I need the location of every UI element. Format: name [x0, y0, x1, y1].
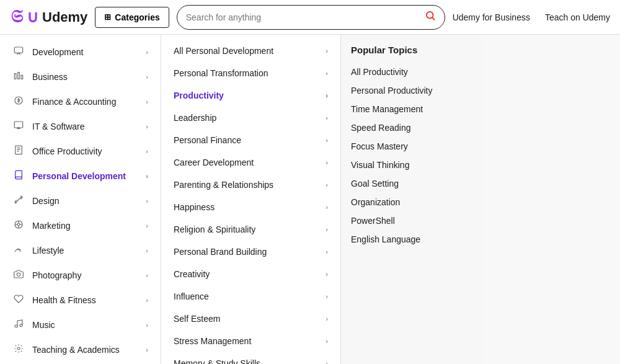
health-icon [12, 294, 25, 306]
middle-item-happiness[interactable]: Happiness › [161, 196, 340, 218]
udemy-u-icon: ∪ [27, 7, 38, 27]
nav-item-design[interactable]: Design › [0, 189, 161, 213]
categories-button[interactable]: ⊞ Categories [95, 7, 169, 28]
categories-label: Categories [115, 12, 159, 22]
development-icon [12, 46, 25, 58]
nav-arrow-finance: › [146, 98, 148, 105]
nav-arrow-business: › [146, 73, 148, 81]
middle-item-influence[interactable]: Influence › [161, 285, 340, 308]
middle-label-career-dev: Career Development [174, 158, 254, 167]
nav-arrow-office: › [146, 148, 148, 155]
music-icon [12, 319, 25, 331]
svg-rect-3 [14, 74, 16, 79]
nav-item-health[interactable]: Health & Fitness › [0, 288, 161, 313]
search-bar [177, 5, 445, 30]
udemy-business-link[interactable]: Udemy for Business [453, 12, 530, 22]
nav-item-personal-dev[interactable]: Personal Development › [0, 164, 161, 189]
middle-label-influence: Influence [174, 291, 209, 301]
svg-rect-7 [14, 122, 22, 128]
middle-arrow-religion: › [326, 226, 328, 233]
middle-label-stress: Stress Management [174, 336, 251, 346]
nav-item-development[interactable]: Development › [0, 40, 161, 64]
nav-item-finance[interactable]: Finance & Accounting › [0, 89, 161, 114]
middle-item-religion[interactable]: Religion & Spirituality › [161, 218, 340, 241]
middle-item-personal-finance[interactable]: Personal Finance › [161, 129, 340, 151]
personal-dev-icon [12, 170, 25, 182]
middle-label-parenting: Parenting & Relationships [174, 180, 273, 190]
nav-label-teaching: Teaching & Academics [32, 345, 120, 355]
middle-label-memory: Memory & Study Skills [174, 358, 260, 364]
nav-arrow-lifestyle: › [146, 247, 148, 254]
nav-label-office: Office Productivity [32, 146, 102, 156]
udemy-logo-icon: 𝔖 [10, 7, 23, 27]
nav-label-development: Development [32, 47, 84, 57]
svg-rect-9 [16, 146, 22, 154]
middle-arrow-career-dev: › [326, 159, 328, 166]
nav-item-photography[interactable]: Photography › [0, 263, 161, 288]
popular-topic-7[interactable]: Organization [351, 193, 474, 211]
teaching-icon [12, 344, 25, 356]
nav-item-music[interactable]: Music › [0, 313, 161, 337]
nav-label-design: Design [32, 196, 60, 206]
middle-item-parenting[interactable]: Parenting & Relationships › [161, 174, 340, 196]
nav-arrow-personal-dev: › [146, 172, 148, 180]
svg-rect-5 [21, 75, 23, 79]
nav-label-it: IT & Software [32, 122, 85, 131]
middle-item-stress[interactable]: Stress Management › [161, 330, 340, 352]
nav-label-photography: Photography [32, 270, 81, 280]
middle-label-personal-finance: Personal Finance [174, 135, 241, 145]
nav-item-business[interactable]: Business › [0, 64, 161, 89]
middle-item-memory[interactable]: Memory & Study Skills › [161, 352, 340, 364]
middle-label-happiness: Happiness [174, 202, 215, 212]
office-icon [12, 145, 25, 158]
popular-topic-8[interactable]: PowerShell [351, 211, 474, 230]
middle-item-career-dev[interactable]: Career Development › [161, 151, 340, 174]
popular-topic-2[interactable]: Time Management [351, 100, 474, 118]
nav-item-marketing[interactable]: Marketing › [0, 213, 161, 238]
popular-topic-9[interactable]: English Language [351, 230, 474, 249]
popular-topic-5[interactable]: Visual Thinking [351, 156, 474, 174]
middle-item-leadership[interactable]: Leadership › [161, 107, 340, 129]
teach-link[interactable]: Teach on Udemy [545, 12, 610, 22]
middle-item-creativity[interactable]: Creativity › [161, 263, 340, 285]
svg-point-20 [17, 273, 20, 276]
marketing-icon [12, 220, 25, 232]
nav-item-lifestyle[interactable]: Lifestyle › [0, 238, 161, 263]
popular-topic-4[interactable]: Focus Mastery [351, 137, 474, 156]
it-icon [12, 120, 25, 133]
middle-arrow-leadership: › [326, 114, 328, 122]
nav-item-teaching[interactable]: Teaching & Academics › [0, 337, 161, 362]
search-button[interactable] [425, 10, 436, 24]
subcategory-panel: All Personal Development › Personal Tran… [161, 35, 341, 364]
nav-label-lifestyle: Lifestyle [32, 246, 64, 255]
nav-item-office[interactable]: Office Productivity › [0, 139, 161, 164]
middle-label-personal-brand: Personal Brand Building [174, 247, 267, 257]
middle-arrow-creativity: › [326, 270, 328, 278]
middle-label-religion: Religion & Spirituality [174, 224, 255, 234]
svg-line-1 [432, 17, 434, 19]
popular-topic-1[interactable]: Personal Productivity [351, 81, 474, 100]
design-icon [12, 195, 25, 207]
svg-rect-2 [14, 47, 22, 53]
middle-item-productivity[interactable]: Productivity › [161, 84, 340, 107]
middle-arrow-personal-brand: › [326, 248, 328, 255]
popular-topic-3[interactable]: Speed Reading [351, 118, 474, 137]
middle-item-all-personal[interactable]: All Personal Development › [161, 40, 340, 62]
finance-icon [12, 95, 25, 108]
middle-label-creativity: Creativity [174, 269, 210, 279]
nav-label-finance: Finance & Accounting [32, 97, 116, 107]
middle-item-personal-transform[interactable]: Personal Transformation › [161, 62, 340, 84]
svg-point-15 [17, 223, 20, 226]
middle-arrow-self-esteem: › [326, 315, 328, 322]
nav-item-it[interactable]: IT & Software › [0, 114, 161, 139]
middle-item-personal-brand[interactable]: Personal Brand Building › [161, 241, 340, 263]
popular-topic-6[interactable]: Goal Setting [351, 174, 474, 193]
lifestyle-icon [12, 244, 25, 257]
nav-arrow-health: › [146, 296, 148, 304]
middle-item-self-esteem[interactable]: Self Esteem › [161, 308, 340, 330]
nav-arrow-development: › [146, 48, 148, 56]
search-input[interactable] [186, 12, 425, 22]
middle-arrow-all-personal: › [326, 47, 328, 55]
popular-topic-0[interactable]: All Productivity [351, 63, 474, 81]
logo: 𝔖 ∪ Udemy [10, 7, 87, 27]
